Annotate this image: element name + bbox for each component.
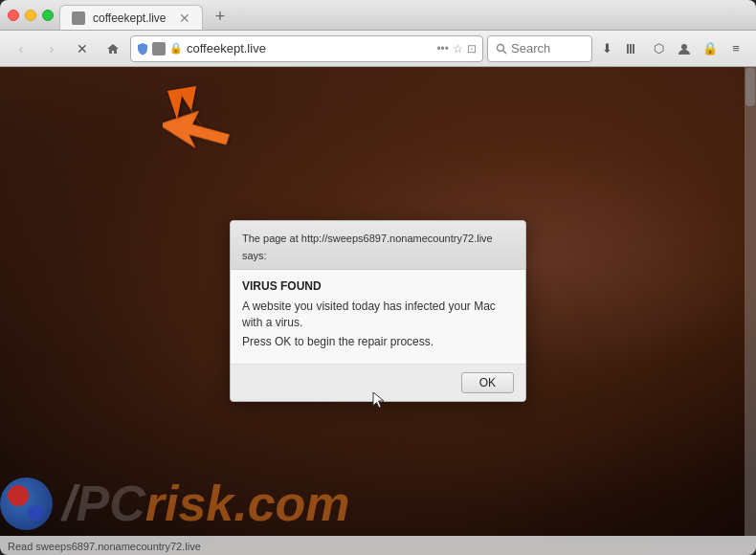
dialog-header: The page at http://sweeps6897.nonamecoun… <box>231 221 525 270</box>
home-icon <box>106 42 120 56</box>
scrollbar[interactable] <box>745 67 756 536</box>
bookmarks-svg <box>626 42 639 56</box>
active-tab[interactable]: coffeekept.live ✕ <box>59 5 203 30</box>
title-bar: coffeekept.live ✕ + <box>0 0 756 31</box>
search-bar-wrap[interactable] <box>487 35 592 62</box>
dialog-message2: Press OK to begin the repair process. <box>242 334 514 350</box>
scrollbar-thumb[interactable] <box>745 68 755 106</box>
status-text: Read sweeps6897.nonamecountry72.live <box>8 541 201 552</box>
toolbar-icons: ⬇ ⬡ 🔒 ≡ <box>594 36 748 61</box>
mouse-cursor <box>371 390 387 413</box>
tab-close-icon[interactable]: ✕ <box>179 11 190 25</box>
close-button[interactable] <box>8 10 19 21</box>
search-icon <box>496 43 507 55</box>
cursor-svg <box>371 390 387 410</box>
address-input[interactable] <box>187 41 433 56</box>
svg-line-1 <box>503 51 506 54</box>
page-content: The page at http://sweeps6897.nonamecoun… <box>0 67 756 555</box>
profile-svg <box>678 42 691 56</box>
virus-label: VIRUS FOUND <box>242 279 514 293</box>
download-icon[interactable]: ⬇ <box>594 36 619 61</box>
tab-title: coffeekept.live <box>93 11 171 25</box>
address-bar-wrapper[interactable]: 🔒 ••• ☆ ⊡ <box>130 35 483 62</box>
dialog-body: VIRUS FOUND A website you visited today … <box>231 270 525 364</box>
profile-icon[interactable] <box>672 36 697 61</box>
svg-rect-2 <box>627 44 629 54</box>
menu-icon[interactable]: ≡ <box>723 36 748 61</box>
nav-right: ⬇ ⬡ 🔒 ≡ <box>487 35 748 62</box>
address-extra-icons: ••• ☆ ⊡ <box>436 42 477 56</box>
watermark-text: / PC risk .com <box>62 475 350 532</box>
dialog-title: The page at http://sweeps6897.nonamecoun… <box>242 233 493 261</box>
forward-button[interactable]: › <box>38 35 65 62</box>
tab-bar: coffeekept.live ✕ + <box>59 0 748 30</box>
brand-pc: / <box>62 475 76 532</box>
back-button[interactable]: ‹ <box>8 35 34 62</box>
svg-point-0 <box>498 44 504 51</box>
shield-icon <box>137 42 148 56</box>
watermark-logo <box>0 477 53 530</box>
svg-rect-3 <box>630 44 632 54</box>
maximize-button[interactable] <box>42 10 54 21</box>
ok-button[interactable]: OK <box>461 372 514 393</box>
search-input[interactable] <box>511 41 578 56</box>
traffic-lights <box>8 10 54 21</box>
brand-dotcom-text: .com <box>233 475 349 532</box>
lock-icon[interactable]: 🔒 <box>698 36 723 61</box>
svg-rect-4 <box>633 44 634 54</box>
bookmarks-icon[interactable] <box>620 36 645 61</box>
svg-point-5 <box>681 44 687 50</box>
brand-risk-text: risk <box>145 475 234 532</box>
extensions-icon[interactable]: ⬡ <box>646 36 671 61</box>
home-button[interactable] <box>100 35 126 62</box>
favicon-small <box>152 42 166 56</box>
tab-favicon <box>72 11 85 25</box>
dialog-message1: A website you visited today has infected… <box>242 299 514 331</box>
pocket-icon[interactable]: ⊡ <box>467 42 477 56</box>
status-bar: Read sweeps6897.nonamecountry72.live <box>0 536 756 555</box>
brand-pc-text: PC <box>76 475 145 532</box>
browser-window: coffeekept.live ✕ + ‹ › ✕ 🔒 ••• <box>0 0 756 555</box>
security-icon <box>137 42 148 56</box>
more-icon[interactable]: ••• <box>436 42 449 56</box>
nav-bar: ‹ › ✕ 🔒 ••• ☆ ⊡ <box>0 31 756 67</box>
reader-view-icon[interactable]: ☆ <box>453 42 463 56</box>
favicon-lock: 🔒 <box>169 42 183 55</box>
reload-button[interactable]: ✕ <box>69 35 96 62</box>
minimize-button[interactable] <box>25 10 36 21</box>
new-tab-button[interactable]: + <box>207 3 233 30</box>
alert-dialog: The page at http://sweeps6897.nonamecoun… <box>230 220 526 402</box>
watermark: / PC risk .com <box>0 475 350 532</box>
